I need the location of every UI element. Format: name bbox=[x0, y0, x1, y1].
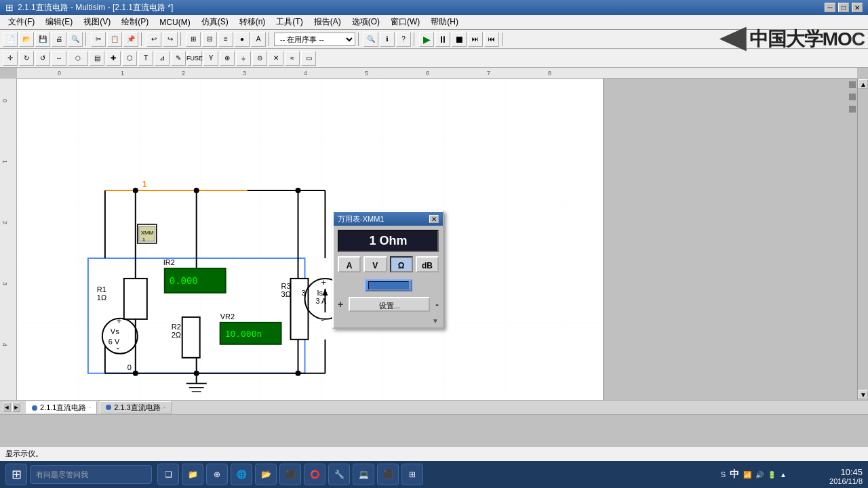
place-wire[interactable]: ⬡ bbox=[68, 51, 88, 66]
open-button[interactable]: 📂 bbox=[19, 32, 34, 47]
taskview-button[interactable]: ❑ bbox=[157, 464, 179, 485]
menu-transfer[interactable]: 转移(n) bbox=[234, 15, 271, 29]
crosshair-button[interactable]: ✛ bbox=[3, 51, 18, 66]
tray-ime-s[interactable]: S bbox=[721, 470, 726, 479]
maximize-button[interactable]: □ bbox=[838, 3, 849, 12]
title-bar-controls[interactable]: ─ □ ✕ bbox=[825, 3, 863, 12]
ie-browser[interactable]: 🌐 bbox=[231, 464, 252, 485]
cut-button[interactable]: ✂ bbox=[91, 32, 106, 47]
bus-button[interactable]: ≡ bbox=[218, 32, 233, 47]
menu-file[interactable]: 文件(F) bbox=[3, 15, 40, 29]
component-button[interactable]: ⊞ bbox=[186, 32, 201, 47]
xmm-settings-button[interactable]: 设置... bbox=[349, 297, 430, 312]
xmm-close-button[interactable]: ✕ bbox=[429, 215, 439, 223]
place-comment[interactable]: ✎ bbox=[171, 51, 186, 66]
scroll-down-button[interactable]: ▼ bbox=[859, 390, 868, 399]
new-button[interactable]: 📄 bbox=[3, 32, 18, 47]
print-preview[interactable]: 🔍 bbox=[68, 32, 83, 47]
junction-button[interactable]: ● bbox=[235, 32, 250, 47]
place-junction[interactable]: ✚ bbox=[106, 51, 121, 66]
svg-text:1: 1 bbox=[142, 180, 147, 189]
file-manager[interactable]: 📂 bbox=[255, 464, 277, 485]
tab-circuit-2[interactable]: 2.1.3直流电路 · bbox=[100, 401, 171, 413]
tab-circuit-1[interactable]: 2.1.1直流电路 · bbox=[26, 401, 97, 413]
paste-button[interactable]: 📌 bbox=[123, 32, 138, 47]
wire-button[interactable]: ⊟ bbox=[202, 32, 217, 47]
menu-reports[interactable]: 报告(A) bbox=[309, 15, 347, 29]
tray-speaker[interactable]: 🔊 bbox=[755, 471, 764, 479]
hier-block[interactable]: ⬡ bbox=[122, 51, 137, 66]
place-title[interactable]: ▭ bbox=[301, 51, 316, 66]
minimize-button[interactable]: ─ bbox=[825, 3, 835, 12]
tab-next-button[interactable]: ► bbox=[12, 403, 20, 412]
reverse-step[interactable]: ⏮ bbox=[484, 32, 499, 47]
xmm-volt-button[interactable]: V bbox=[363, 256, 387, 272]
xmm-mode-buttons: A V Ω dB bbox=[338, 256, 439, 272]
menu-edit[interactable]: 编辑(E) bbox=[40, 15, 78, 29]
place-param[interactable]: ≈ bbox=[285, 51, 300, 66]
tab-prev-button[interactable]: ◄ bbox=[3, 403, 11, 412]
app-icon-8[interactable]: 💻 bbox=[353, 464, 374, 485]
start-button[interactable]: ⊞ bbox=[5, 464, 27, 485]
xmm-db-button[interactable]: dB bbox=[416, 256, 439, 272]
app-icon-7[interactable]: 🔧 bbox=[328, 464, 350, 485]
menu-tools[interactable]: 工具(T) bbox=[271, 15, 308, 29]
rotate-ccw[interactable]: ↺ bbox=[35, 51, 50, 66]
print-button[interactable]: 🖨 bbox=[52, 32, 66, 47]
run-button[interactable]: ▶ bbox=[419, 32, 434, 47]
panel-icon-1[interactable] bbox=[849, 81, 856, 88]
menu-simulate[interactable]: 仿真(S) bbox=[196, 15, 234, 29]
place-text[interactable]: T bbox=[138, 51, 153, 66]
info-button[interactable]: ℹ bbox=[380, 32, 395, 47]
menu-mcu[interactable]: MCU(M) bbox=[154, 16, 195, 28]
place-power[interactable]: ⊝ bbox=[252, 51, 267, 66]
app-icon-9[interactable]: ⬛ bbox=[377, 464, 399, 485]
panel-icon-2[interactable] bbox=[849, 94, 856, 100]
xmm-expand-arrow[interactable]: ▼ bbox=[334, 316, 443, 327]
place-probe[interactable]: ⊿ bbox=[155, 51, 170, 66]
menu-window[interactable]: 窗口(W) bbox=[385, 15, 425, 29]
place-gnd[interactable]: ⏚ bbox=[236, 51, 251, 66]
menu-view[interactable]: 视图(V) bbox=[78, 15, 116, 29]
flip-h[interactable]: ↔ bbox=[52, 51, 66, 66]
scroll-up-button[interactable]: ▲ bbox=[859, 79, 868, 89]
search-button[interactable]: 🔍 bbox=[363, 32, 378, 47]
bus-vector[interactable]: Y bbox=[203, 51, 218, 66]
menu-options[interactable]: 选项(O) bbox=[347, 15, 385, 29]
store-icon[interactable]: ⬛ bbox=[279, 464, 301, 485]
undo-button[interactable]: ↩ bbox=[146, 32, 161, 47]
windows-explorer[interactable]: 📁 bbox=[182, 464, 203, 485]
label-button[interactable]: A bbox=[251, 32, 266, 47]
place-vcc[interactable]: ⊕ bbox=[220, 51, 235, 66]
copy-button[interactable]: 📋 bbox=[107, 32, 122, 47]
circuit-canvas-area[interactable]: 1 bbox=[17, 79, 604, 400]
step-button[interactable]: ⏭ bbox=[468, 32, 483, 47]
stop-button[interactable]: ⏹ bbox=[452, 32, 467, 47]
tray-battery[interactable]: 🔋 bbox=[768, 471, 776, 479]
menu-help[interactable]: 帮助(H) bbox=[425, 15, 464, 29]
tray-network[interactable]: 📶 bbox=[743, 471, 751, 479]
no-connect[interactable]: ✕ bbox=[269, 51, 283, 66]
menu-draw[interactable]: 绘制(P) bbox=[116, 15, 154, 29]
panel-icon-3[interactable] bbox=[849, 106, 856, 113]
app-icon-10[interactable]: ⊞ bbox=[401, 464, 423, 485]
pause-button[interactable]: ⏸ bbox=[435, 32, 450, 47]
tray-expand[interactable]: ▲ bbox=[780, 471, 787, 479]
help-button[interactable]: ? bbox=[396, 32, 411, 47]
design-dropdown[interactable]: -- 在用序事 -- bbox=[274, 33, 355, 46]
rotate-cw[interactable]: ↻ bbox=[19, 51, 34, 66]
xmm-amp-button[interactable]: A bbox=[338, 256, 361, 272]
system-clock[interactable]: 10:45 2016/11/8 bbox=[829, 467, 863, 485]
xmm-probe-inner bbox=[368, 281, 409, 289]
close-button[interactable]: ✕ bbox=[852, 3, 863, 12]
app-icon-6[interactable]: ⭕ bbox=[304, 464, 326, 485]
xmm-ohm-button[interactable]: Ω bbox=[390, 256, 413, 272]
redo-button[interactable]: ↪ bbox=[163, 32, 178, 47]
xmm-probe-button[interactable] bbox=[365, 279, 412, 291]
search-box[interactable]: 有问题尽管问我 bbox=[30, 465, 152, 484]
tray-ime-zh[interactable]: 中 bbox=[730, 468, 739, 481]
schematic-check[interactable]: FUSE bbox=[187, 51, 202, 66]
place-bus[interactable]: ▤ bbox=[90, 51, 104, 66]
save-button[interactable]: 💾 bbox=[35, 32, 50, 47]
fan-icon[interactable]: ⊕ bbox=[206, 464, 228, 485]
